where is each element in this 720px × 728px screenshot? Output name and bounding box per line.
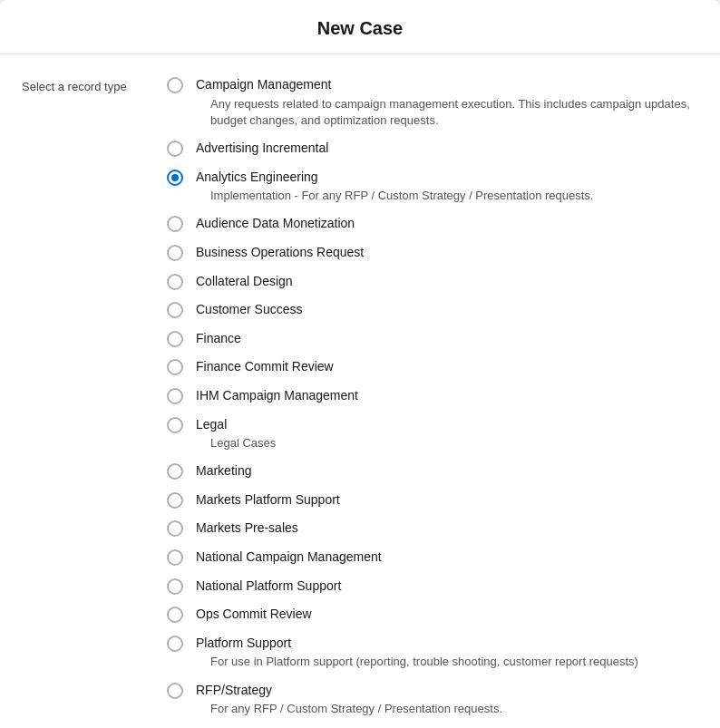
radio-platform-support[interactable] — [167, 636, 183, 652]
option-name: Markets Platform Support — [196, 492, 340, 507]
list-item[interactable]: IHM Campaign Management — [167, 387, 698, 405]
option-text: Finance — [196, 330, 698, 348]
option-name: Campaign Management — [196, 77, 331, 92]
list-item[interactable]: Advertising Incremental — [167, 140, 698, 158]
content-row: Select a record type Campaign Management… — [22, 76, 698, 728]
radio-ops-commit-review[interactable] — [167, 607, 183, 623]
option-name: Collateral Design — [196, 274, 293, 288]
radio-analytics-engineering[interactable] — [167, 170, 183, 186]
option-description: For use in Platform support (reporting, … — [196, 654, 698, 670]
option-description: For any RFP / Custom Strategy / Presenta… — [196, 701, 698, 717]
list-item[interactable]: LegalLegal Cases — [167, 416, 698, 452]
option-text: Business Operations Request — [196, 244, 698, 262]
list-item[interactable]: Markets Platform Support — [167, 491, 698, 510]
option-text: Campaign ManagementAny requests related … — [196, 76, 698, 129]
list-item[interactable]: Audience Data Monetization — [167, 215, 698, 233]
list-item[interactable]: Finance — [167, 330, 698, 348]
option-name: National Platform Support — [196, 578, 341, 593]
list-item[interactable]: Ops Commit Review — [167, 606, 698, 624]
radio-ihm-campaign-management[interactable] — [167, 388, 183, 404]
option-text: Ops Commit Review — [196, 606, 698, 624]
option-name: Finance — [196, 331, 241, 345]
radio-markets-platform-support[interactable] — [167, 492, 183, 509]
option-text: Collateral Design — [196, 273, 698, 291]
option-text: Markets Platform Support — [196, 491, 698, 510]
radio-national-campaign-management[interactable] — [167, 549, 183, 566]
option-text: Marketing — [196, 462, 698, 480]
option-text: IHM Campaign Management — [196, 387, 698, 405]
option-description: Implementation - For any RFP / Custom St… — [196, 188, 698, 204]
option-text: Finance Commit Review — [196, 358, 698, 376]
radio-collateral-design[interactable] — [167, 274, 183, 290]
option-text: National Platform Support — [196, 578, 698, 596]
radio-marketing[interactable] — [167, 463, 183, 480]
list-item[interactable]: Business Operations Request — [167, 244, 698, 262]
radio-finance[interactable] — [167, 331, 183, 347]
option-name: Markets Pre-sales — [196, 520, 298, 535]
radio-business-operations-request[interactable] — [167, 245, 183, 261]
list-item[interactable]: National Campaign Management — [167, 548, 698, 567]
option-text: Audience Data Monetization — [196, 215, 698, 233]
option-text: RFP/StrategyFor any RFP / Custom Strateg… — [196, 682, 698, 718]
radio-audience-data-monetization[interactable] — [167, 216, 183, 232]
option-description: Any requests related to campaign managem… — [196, 96, 698, 129]
option-text: Advertising Incremental — [196, 140, 698, 158]
option-name: Business Operations Request — [196, 245, 364, 259]
list-item[interactable]: Collateral Design — [167, 273, 698, 291]
list-item[interactable]: Campaign ManagementAny requests related … — [167, 76, 698, 129]
radio-national-platform-support[interactable] — [167, 578, 183, 595]
radio-finance-commit-review[interactable] — [167, 359, 183, 375]
list-item[interactable]: Analytics EngineeringImplementation - Fo… — [167, 169, 698, 205]
option-name: Ops Commit Review — [196, 607, 312, 621]
radio-rfp-strategy[interactable] — [167, 683, 183, 699]
list-item[interactable]: National Platform Support — [167, 578, 698, 596]
option-text: LegalLegal Cases — [196, 416, 698, 452]
label-column: Select a record type — [22, 76, 167, 728]
radio-markets-pre-sales[interactable] — [167, 520, 183, 537]
option-text: Customer Success — [196, 301, 698, 319]
list-item[interactable]: Customer Success — [167, 301, 698, 319]
option-text: National Campaign Management — [196, 548, 698, 567]
options-column: Campaign ManagementAny requests related … — [167, 76, 698, 728]
list-item[interactable]: RFP/StrategyFor any RFP / Custom Strateg… — [167, 682, 698, 718]
option-text: Markets Pre-sales — [196, 519, 698, 538]
option-name: Advertising Incremental — [196, 141, 328, 155]
section-label: Select a record type — [22, 80, 127, 93]
option-name: Finance Commit Review — [196, 359, 334, 374]
new-case-modal: New Case Select a record type Campaign M… — [0, 0, 720, 728]
option-name: Analytics Engineering — [196, 170, 318, 184]
option-name: RFP/Strategy — [196, 683, 272, 697]
list-item[interactable]: Markets Pre-sales — [167, 519, 698, 538]
option-name: Legal — [196, 417, 227, 432]
modal-title: New Case — [22, 18, 698, 39]
option-name: IHM Campaign Management — [196, 388, 358, 403]
radio-campaign-management[interactable] — [167, 77, 183, 93]
option-text: Analytics EngineeringImplementation - Fo… — [196, 169, 698, 205]
radio-legal[interactable] — [167, 417, 183, 433]
option-description: Legal Cases — [196, 435, 698, 451]
option-name: Customer Success — [196, 302, 302, 316]
list-item[interactable]: Finance Commit Review — [167, 358, 698, 376]
radio-customer-success[interactable] — [167, 302, 183, 318]
list-item[interactable]: Platform SupportFor use in Platform supp… — [167, 635, 698, 671]
option-name: Audience Data Monetization — [196, 216, 355, 230]
option-name: National Campaign Management — [196, 549, 382, 564]
modal-header: New Case — [0, 0, 720, 54]
radio-advertising-incremental[interactable] — [167, 141, 183, 157]
option-name: Marketing — [196, 463, 251, 478]
list-item[interactable]: Marketing — [167, 462, 698, 480]
modal-body: Select a record type Campaign Management… — [0, 54, 720, 728]
option-text: Platform SupportFor use in Platform supp… — [196, 635, 698, 671]
option-name: Platform Support — [196, 636, 291, 650]
